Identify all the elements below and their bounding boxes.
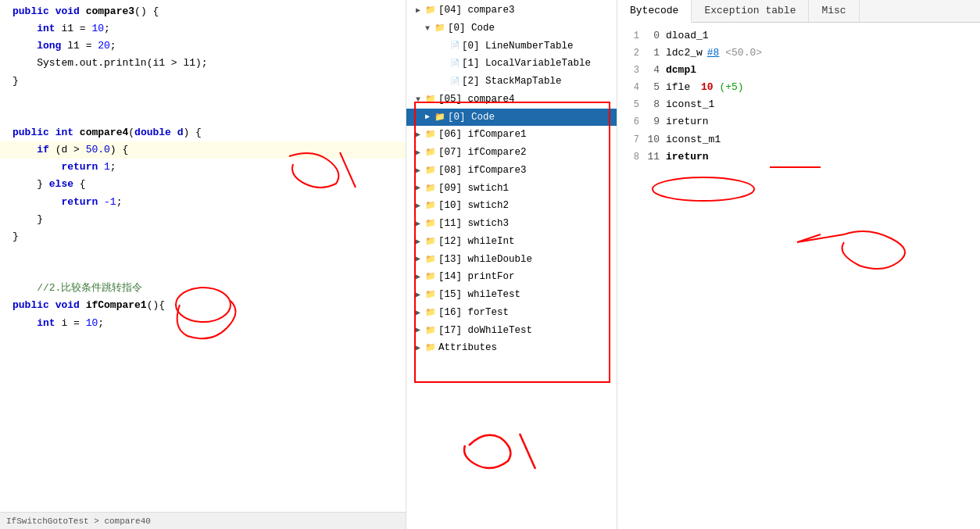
code-line: public void compare3() { — [0, 3, 406, 20]
chevron-right-icon: ▶ — [416, 324, 425, 336]
code-line: } — [0, 73, 406, 90]
folder-icon: 📁 — [425, 324, 436, 338]
code-line: int i1 = 10; — [0, 20, 406, 38]
tree-item-smt[interactable]: 📄 [2] StackMapTable — [406, 73, 617, 91]
chevron-right-icon: ▶ — [416, 218, 425, 230]
bc-row-4: 4 5 ifle 10 (+5) — [624, 79, 974, 96]
chevron-right-icon: ▶ — [416, 307, 425, 319]
code-line — [0, 90, 406, 107]
tree-item-switch3[interactable]: ▶ 📁 [11] swtich3 — [406, 215, 617, 233]
chevron-right-icon: ▶ — [416, 5, 425, 16]
tree-item-ifcompare3[interactable]: ▶ 📁 [08] ifCompare3 — [406, 162, 617, 180]
tree-item-whileint[interactable]: ▶ 📁 [12] whileInt — [406, 233, 617, 251]
bc-instr: dload_1 — [666, 27, 709, 45]
tree-item-switch1[interactable]: ▶ 📁 [09] swtich1 — [406, 180, 617, 198]
tree-item-printfor[interactable]: ▶ 📁 [14] printFor — [406, 268, 617, 286]
bc-row-8: 8 11 ireturn — [624, 148, 974, 166]
code-line — [0, 263, 406, 280]
code-line: } else { — [0, 176, 406, 193]
tree-item-lnt[interactable]: 📄 [0] LineNumberTable — [406, 38, 617, 55]
tree-item-ifcompare2[interactable]: ▶ 📁 [07] ifCompare2 — [406, 144, 617, 162]
tree-item-attributes[interactable]: ▶ 📁 Attributes — [406, 339, 617, 357]
bc-row-6: 6 9 ireturn — [624, 113, 974, 130]
bc-linenum: 4 — [624, 80, 639, 95]
chevron-down-icon: ▼ — [425, 23, 435, 34]
code-line: public void ifCompare1(){ — [0, 297, 406, 314]
code-line: int i = 10; — [0, 315, 406, 332]
bc-offset: 11 — [644, 148, 660, 166]
code-line: long l1 = 20; — [0, 38, 406, 55]
tab-misc[interactable]: Misc — [809, 0, 859, 22]
chevron-right-icon: ▶ — [416, 200, 425, 212]
tree-item-ifcompare1[interactable]: ▶ 📁 [06] ifCompare1 — [406, 126, 617, 144]
tree-item-code0[interactable]: ▼ 📁 [0] Code — [406, 20, 617, 38]
code-line: } — [0, 228, 406, 245]
bytecode-panel: Bytecode Exception table Misc 1 0 dload_… — [617, 0, 980, 529]
file-icon: 📄 — [450, 40, 460, 52]
chevron-right-icon: ▶ — [416, 271, 425, 283]
tree-item-whiletest[interactable]: ▶ 📁 [15] whileTest — [406, 286, 617, 304]
tree-item-dowhiletest[interactable]: ▶ 📁 [17] doWhileTest — [406, 322, 617, 340]
bc-arg[interactable]: #8 — [707, 45, 720, 62]
tree-item-label: [1] LocalVariableTable — [462, 56, 591, 71]
chevron-right-icon: ▶ — [416, 289, 425, 301]
code-line — [0, 107, 406, 124]
tree-item-switch2[interactable]: ▶ 📁 [10] swtich2 — [406, 197, 617, 215]
breadcrumb-text: IfSwitchGotoTest > compare40 — [6, 516, 151, 526]
bc-instr: iconst_m1 — [666, 131, 721, 148]
tree-item-label: [05] compare4 — [438, 92, 515, 107]
bc-offset: 1 — [644, 45, 660, 62]
chevron-right-icon: ▶ — [416, 129, 425, 141]
code-line: public int compare4(double d) { — [0, 124, 406, 141]
tree-item-code1[interactable]: ▶ 📁 [0] Code — [406, 109, 617, 127]
tree-panel[interactable]: ▶ 📁 [04] compare3 ▼ 📁 [0] Code 📄 [0] Lin… — [406, 0, 617, 529]
file-icon: 📄 — [450, 58, 460, 70]
bc-row-3: 3 4 dcmpl — [624, 62, 974, 79]
tree-item-label: Attributes — [438, 341, 497, 356]
bc-row-7: 7 10 iconst_m1 — [624, 131, 974, 148]
code-line: //2.比较条件跳转指令 — [0, 280, 406, 297]
bc-instr: ifle — [666, 79, 690, 96]
tree-item-label: [08] ifCompare3 — [438, 163, 527, 178]
tree-item-compare3[interactable]: ▶ 📁 [04] compare3 — [406, 2, 617, 20]
tree-item-label: [07] ifCompare2 — [438, 145, 527, 160]
chevron-right-icon: ▶ — [416, 165, 425, 177]
folder-icon: 📁 — [425, 4, 436, 17]
bc-comment: <50.0> — [719, 45, 762, 62]
bc-linenum: 8 — [624, 149, 639, 165]
bc-linenum: 1 — [624, 28, 639, 44]
tree-item-label: [14] printFor — [438, 270, 515, 284]
folder-icon: 📁 — [425, 146, 436, 159]
folder-icon: 📁 — [425, 253, 436, 266]
folder-icon: 📁 — [435, 111, 445, 124]
tree-item-fortest[interactable]: ▶ 📁 [16] forTest — [406, 304, 617, 322]
chevron-right-icon: ▶ — [416, 342, 425, 354]
bc-arg2: (+5) — [714, 79, 744, 96]
code-line: return 1; — [0, 159, 406, 176]
tree-item-lvt[interactable]: 📄 [1] LocalVariableTable — [406, 55, 617, 73]
tab-exception-table[interactable]: Exception table — [692, 0, 809, 22]
tree-item-whiledouble[interactable]: ▶ 📁 [13] whileDouble — [406, 251, 617, 269]
bc-offset: 0 — [644, 27, 660, 45]
bc-instr: dcmpl — [666, 62, 696, 79]
code-panel: public void compare3() { int i1 = 10; lo… — [0, 0, 406, 529]
folder-icon: 📁 — [425, 270, 436, 284]
folder-icon: 📁 — [425, 306, 436, 320]
file-icon: 📄 — [450, 76, 460, 88]
code-line: return -1; — [0, 194, 406, 211]
bc-linenum: 2 — [624, 45, 639, 61]
tree-item-label: [04] compare3 — [438, 3, 515, 18]
bc-row-2: 2 1 ldc2_w #8 <50.0> — [624, 45, 974, 62]
folder-icon: 📁 — [425, 128, 436, 141]
chevron-right-icon: ▶ — [416, 182, 425, 194]
tree-item-label: [12] whileInt — [438, 234, 515, 249]
bytecode-content: 1 0 dload_1 2 1 ldc2_w #8 <50.0> 3 4 dcm… — [617, 23, 980, 529]
tree-item-compare4[interactable]: ▼ 📁 [05] compare4 — [406, 91, 617, 109]
bc-offset: 4 — [644, 62, 660, 79]
folder-icon: 📁 — [425, 182, 436, 195]
tree-item-label: [13] whileDouble — [438, 252, 532, 267]
folder-icon: 📁 — [435, 22, 445, 35]
bc-arg: 10 — [695, 79, 713, 96]
tab-bytecode[interactable]: Bytecode — [617, 0, 692, 23]
bc-linenum: 3 — [624, 63, 639, 78]
